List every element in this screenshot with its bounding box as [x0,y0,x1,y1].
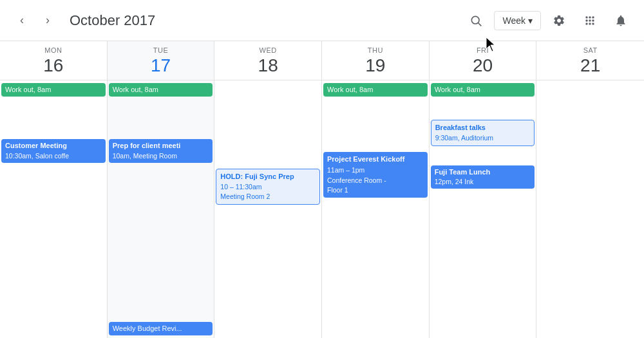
notifications-button[interactable] [608,8,634,33]
dropdown-arrow-icon: ▾ [528,15,533,26]
month-title: October 2017 [70,12,463,29]
day-header-fri[interactable]: Fri 20 [430,41,537,80]
events-area: Work out, 8am Customer Meeting 10:30am, … [0,80,644,338]
event-fuji-sync[interactable]: HOLD: Fuji Sync Prep 10 – 11:30am Meetin… [216,169,320,205]
day-name-tue: Tue [108,46,214,54]
day-name-sat: Sat [536,46,644,54]
view-label: Week [502,15,526,26]
calendar-header: ‹ › October 2017 Week ▾ [0,0,644,41]
nav-arrows: ‹ › [10,9,59,32]
day-col-fri: Work out, 8am Breakfast talks 9:30am, Au… [430,80,537,338]
day-name-fri: Fri [430,46,536,54]
event-fuji-team-lunch[interactable]: Fuji Team Lunch 12pm, 24 Ink [431,165,535,189]
event-workout-fri[interactable]: Work out, 8am [431,83,535,97]
day-number-sat: 21 [536,57,644,75]
event-prep-client[interactable]: Prep for client meeti 10am, Meeting Room [109,139,213,163]
view-selector[interactable]: Week ▾ [494,11,541,30]
day-name-wed: Wed [214,46,321,54]
day-col-wed: HOLD: Fuji Sync Prep 10 – 11:30am Meetin… [214,80,322,338]
svg-line-1 [478,23,482,26]
day-name-thu: Thu [322,46,429,54]
calendar: Mon 16 Tue 17 Wed 18 Thu 19 Fri 20 Sat 2… [0,41,644,338]
day-number-fri: 20 [430,57,536,75]
event-weekly-budget[interactable]: Weekly Budget Revi... [109,322,213,335]
header-right: Week ▾ [463,8,634,33]
day-header-thu[interactable]: Thu 19 [322,41,430,80]
event-workout-thu[interactable]: Work out, 8am [323,83,428,97]
day-header-wed[interactable]: Wed 18 [214,41,322,80]
prev-button[interactable]: ‹ [10,9,33,32]
day-number-wed: 18 [214,57,321,75]
day-col-thu: Work out, 8am Project Everest Kickoff 11… [322,80,430,338]
event-workout-mon[interactable]: Work out, 8am [1,83,106,97]
day-header-sat[interactable]: Sat 21 [536,41,644,80]
svg-point-0 [472,16,480,24]
event-project-everest[interactable]: Project Everest Kickoff 11am – 1pm Confe… [323,152,428,198]
day-header-mon[interactable]: Mon 16 [0,41,108,80]
day-number-mon: 16 [0,57,107,75]
day-col-mon: Work out, 8am Customer Meeting 10:30am, … [0,80,108,338]
apps-button[interactable] [577,8,603,33]
search-button[interactable] [463,8,489,33]
day-col-tue: Work out, 8am Prep for client meeti 10am… [108,80,215,338]
event-breakfast-talks[interactable]: Breakfast talks 9:30am, Auditorium [431,120,535,146]
day-headers: Mon 16 Tue 17 Wed 18 Thu 19 Fri 20 Sat 2… [0,41,644,80]
day-col-sat [536,80,644,338]
day-name-mon: Mon [0,46,107,54]
day-number-tue: 17 [108,57,214,75]
day-header-tue[interactable]: Tue 17 [108,41,215,80]
event-workout-tue[interactable]: Work out, 8am [109,83,213,97]
next-button[interactable]: › [36,9,59,32]
event-customer-meeting[interactable]: Customer Meeting 10:30am, Salon coffe [1,139,106,163]
day-number-thu: 19 [322,57,429,75]
settings-button[interactable] [546,8,572,33]
